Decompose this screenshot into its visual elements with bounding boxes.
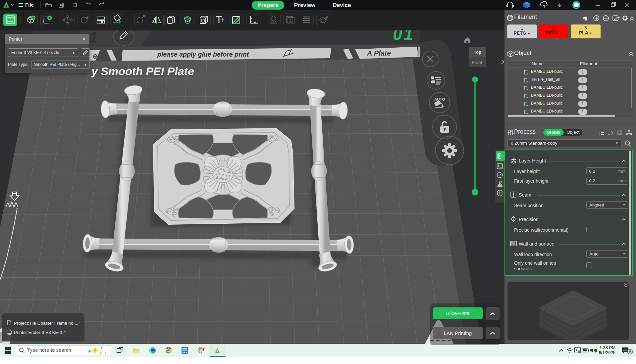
svg-text:Front: Front [472,60,482,65]
svg-text:please apply glue before print: please apply glue before print [157,51,249,58]
svg-text:AUTO: AUTO [434,97,445,101]
svg-text:01: 01 [393,30,415,44]
svg-text:y Smooth PEI Plate: y Smooth PEI Plate [91,65,194,77]
svg-text:A Plate: A Plate [367,49,391,57]
svg-text:e: e [93,51,97,60]
svg-text:6: 6 [629,350,631,354]
svg-text:1: 1 [89,30,97,45]
svg-text:Top: Top [474,50,481,55]
